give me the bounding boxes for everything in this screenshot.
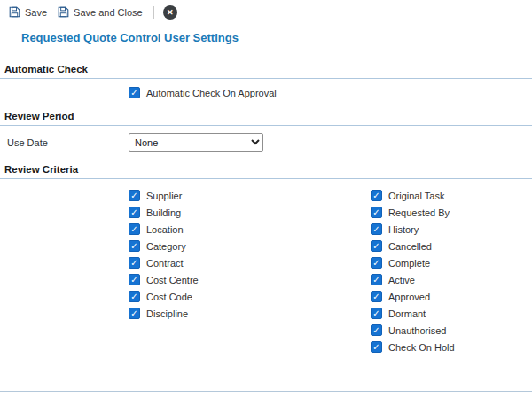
criteria-label: Dormant	[388, 308, 426, 319]
page-title: Requested Quote Control User Settings	[21, 31, 532, 44]
criteria-checkbox[interactable]	[371, 308, 382, 319]
use-date-select[interactable]: None	[129, 133, 263, 152]
criteria-checkbox[interactable]	[129, 274, 140, 285]
criteria-item: Location	[129, 223, 371, 235]
section-header-review-period: Review Period	[0, 109, 532, 126]
toolbar: Save Save and Close ✕	[0, 0, 532, 23]
toolbar-separator	[153, 6, 154, 19]
criteria-item: Contract	[129, 257, 371, 269]
review-criteria-columns: Supplier Building Location Category	[129, 190, 532, 358]
automatic-check-on-approval-checkbox[interactable]	[129, 87, 140, 98]
save-and-close-button[interactable]: Save and Close	[56, 4, 148, 20]
bottom-divider	[0, 391, 532, 392]
save-button-label: Save	[25, 7, 47, 18]
save-disk-icon	[9, 6, 20, 18]
section-header-review-criteria: Review Criteria	[0, 162, 532, 179]
criteria-checkbox[interactable]	[129, 308, 140, 319]
criteria-item: Original Task	[371, 190, 532, 201]
criteria-column-left: Supplier Building Location Category	[129, 190, 371, 358]
criteria-label: Requested By	[388, 207, 450, 218]
criteria-checkbox[interactable]	[371, 257, 382, 269]
criteria-checkbox[interactable]	[371, 341, 382, 353]
criteria-label: Check On Hold	[388, 342, 455, 353]
criteria-label: Cost Centre	[146, 275, 199, 285]
criteria-label: Active	[388, 275, 415, 285]
criteria-item: Active	[371, 274, 532, 285]
criteria-item: Category	[129, 240, 371, 252]
criteria-label: Building	[146, 207, 181, 218]
criteria-item: Approved	[371, 291, 532, 302]
criteria-label: Original Task	[388, 191, 444, 201]
criteria-label: Discipline	[146, 308, 188, 319]
criteria-checkbox[interactable]	[129, 240, 140, 252]
close-icon[interactable]: ✕	[163, 5, 177, 20]
criteria-checkbox[interactable]	[129, 291, 140, 302]
criteria-label: Contract	[146, 258, 184, 269]
criteria-item: Cost Code	[129, 291, 371, 302]
criteria-item: Dormant	[371, 308, 532, 319]
use-date-label: Use Date	[7, 137, 129, 148]
automatic-check-on-approval-row: Automatic Check On Approval	[129, 87, 532, 98]
criteria-item: Complete	[371, 257, 532, 269]
criteria-checkbox[interactable]	[371, 240, 382, 252]
criteria-column-right: Original Task Requested By History Cance…	[371, 190, 532, 358]
save-and-close-button-label: Save and Close	[74, 7, 143, 18]
criteria-checkbox[interactable]	[371, 291, 382, 302]
criteria-checkbox[interactable]	[371, 223, 382, 235]
criteria-label: Cancelled	[388, 241, 432, 252]
criteria-item: Discipline	[129, 308, 371, 319]
criteria-checkbox[interactable]	[371, 274, 382, 285]
criteria-label: Unauthorised	[388, 325, 446, 336]
criteria-label: Supplier	[146, 191, 182, 201]
criteria-checkbox[interactable]	[371, 207, 382, 218]
automatic-check-on-approval-label: Automatic Check On Approval	[146, 88, 277, 98]
section-header-automatic-check: Automatic Check	[0, 62, 532, 79]
section-review-criteria: Review Criteria Supplier Building Locati…	[0, 162, 532, 358]
criteria-checkbox[interactable]	[371, 190, 382, 201]
criteria-label: Category	[146, 241, 186, 252]
criteria-label: History	[388, 224, 419, 235]
criteria-label: Cost Code	[146, 292, 192, 302]
criteria-checkbox[interactable]	[129, 190, 140, 201]
criteria-label: Complete	[388, 258, 430, 269]
criteria-label: Approved	[388, 292, 430, 302]
use-date-row: Use Date None	[7, 133, 532, 152]
section-automatic-check: Automatic Check Automatic Check On Appro…	[0, 62, 532, 98]
criteria-item: Supplier	[129, 190, 371, 201]
criteria-item: Building	[129, 207, 371, 218]
criteria-item: Requested By	[371, 207, 532, 218]
criteria-checkbox[interactable]	[129, 207, 140, 218]
save-button[interactable]: Save	[7, 4, 52, 20]
criteria-checkbox[interactable]	[129, 223, 140, 235]
criteria-checkbox[interactable]	[371, 324, 382, 336]
criteria-item: Check On Hold	[371, 341, 532, 353]
criteria-item: History	[371, 223, 532, 235]
section-review-period: Review Period Use Date None	[0, 109, 532, 152]
criteria-checkbox[interactable]	[129, 257, 140, 269]
save-disk-icon	[58, 6, 69, 18]
criteria-item: Unauthorised	[371, 324, 532, 336]
criteria-item: Cancelled	[371, 240, 532, 252]
criteria-item: Cost Centre	[129, 274, 371, 285]
criteria-label: Location	[146, 224, 184, 235]
